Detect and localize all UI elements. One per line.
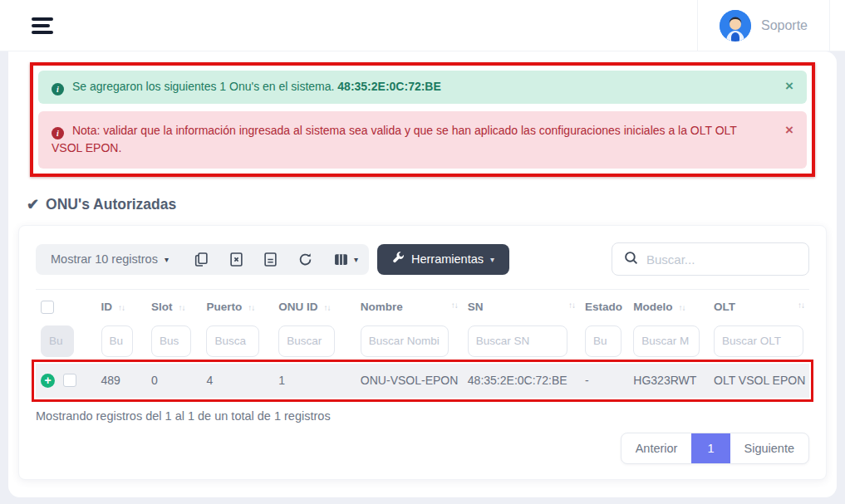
cell-id: 489 — [96, 364, 146, 398]
cell-slot: 0 — [146, 364, 202, 398]
table-buttons-group: Mostrar 10 registros ▾ — [36, 244, 369, 275]
top-header: Soporte — [0, 0, 845, 51]
filter-nombre[interactable] — [361, 325, 449, 357]
chevron-down-icon: ▾ — [490, 255, 494, 264]
chevron-down-icon: ▾ — [354, 255, 358, 264]
sort-icon[interactable]: ↑↓ — [248, 303, 254, 312]
page-title: ✔ ONU's Autorizadas — [27, 195, 828, 213]
cell-puerto: 4 — [201, 364, 273, 398]
main-content: i Se agregaron los siguientes 1 Onu's en… — [8, 51, 837, 497]
table-filter-row — [36, 322, 809, 364]
onus-table: ID↑↓ Slot↑↓ Puerto↑↓ ONU ID↑↓ Nombre↑↓ S… — [36, 289, 809, 397]
pagination-page-1[interactable]: 1 — [691, 433, 730, 463]
sort-icon[interactable]: ↑↓ — [798, 301, 804, 310]
copy-button[interactable] — [184, 244, 219, 275]
reload-button[interactable] — [287, 244, 323, 275]
cell-nombre: ONU-VSOL-EPON — [356, 364, 463, 398]
close-icon[interactable]: × — [785, 122, 793, 139]
cell-modelo: HG323RWT — [628, 364, 709, 398]
sort-icon[interactable]: ↑↓ — [178, 303, 184, 312]
check-icon: ✔ — [27, 195, 39, 213]
excel-icon — [230, 252, 243, 267]
search-box — [612, 242, 809, 276]
filter-id[interactable] — [101, 325, 133, 357]
cell-onu-id: 1 — [273, 364, 356, 398]
table-header-row: ID↑↓ Slot↑↓ Puerto↑↓ ONU ID↑↓ Nombre↑↓ S… — [36, 290, 809, 322]
filter-modelo[interactable] — [633, 325, 700, 357]
cell-estado: - — [580, 364, 628, 398]
user-avatar — [720, 10, 751, 42]
user-name: Soporte — [761, 18, 808, 33]
expand-row-icon[interactable]: + — [41, 374, 55, 388]
annotation-box-alerts: i Se agregaron los siguientes 1 Onu's en… — [30, 62, 815, 177]
onus-card: Mostrar 10 registros ▾ — [18, 225, 827, 479]
pagination: Anterior 1 Siguiente — [621, 433, 809, 464]
row-checkbox[interactable] — [63, 374, 76, 387]
table-row: + 489 0 4 1 ONU-VSOL-EPON 48:35:2E:0C:72… — [36, 364, 809, 398]
column-header-nombre[interactable]: Nombre↑↓ — [356, 290, 463, 322]
menu-hamburger-icon[interactable] — [32, 14, 53, 37]
success-alert-text: i Se agregaron los siguientes 1 Onu's en… — [52, 78, 785, 96]
herramientas-button[interactable]: Herramientas ▾ — [377, 244, 509, 275]
column-header-puerto[interactable]: Puerto↑↓ — [201, 290, 273, 322]
cell-olt: OLT VSOL EPON — [709, 364, 809, 398]
search-icon — [624, 251, 638, 268]
pagination-prev[interactable]: Anterior — [621, 433, 692, 463]
user-menu[interactable]: Soporte — [697, 0, 830, 51]
column-header-onu-id[interactable]: ONU ID↑↓ — [273, 290, 356, 322]
close-icon[interactable]: × — [785, 78, 793, 95]
filter-expander — [41, 325, 74, 357]
excel-export-button[interactable] — [219, 244, 253, 275]
page-length-dropdown[interactable]: Mostrar 10 registros ▾ — [36, 244, 184, 275]
sort-icon[interactable]: ↑↓ — [568, 301, 575, 310]
column-header-modelo[interactable]: Modelo↑↓ — [628, 290, 709, 322]
search-input[interactable] — [646, 252, 797, 267]
pagination-next[interactable]: Siguiente — [730, 433, 808, 463]
cell-sn: 48:35:2E:0C:72:BE — [463, 364, 580, 398]
filter-onu-id[interactable] — [278, 325, 335, 357]
column-header-sn[interactable]: SN↑↓ — [463, 290, 580, 322]
sort-icon[interactable]: ↑↓ — [323, 303, 330, 312]
filter-puerto[interactable] — [206, 325, 259, 357]
warning-alert: i Nota: validar que la información ingre… — [38, 111, 807, 169]
copy-icon — [194, 252, 209, 267]
sort-icon[interactable]: ↑↓ — [118, 303, 125, 312]
warning-alert-text: i Nota: validar que la información ingre… — [52, 122, 785, 158]
filter-slot[interactable] — [151, 325, 191, 357]
records-summary: Mostrando registros del 1 al 1 de un tot… — [36, 409, 809, 423]
onu-mac: 48:35:2E:0C:72:BE — [337, 80, 441, 93]
pagination-bar: Anterior 1 Siguiente — [36, 433, 809, 464]
column-header-estado[interactable]: Estado — [580, 290, 628, 322]
pdf-export-button[interactable] — [253, 244, 287, 275]
columns-icon — [334, 253, 348, 266]
refresh-icon — [298, 252, 312, 267]
table-toolbar: Mostrar 10 registros ▾ — [36, 242, 809, 276]
column-header-slot[interactable]: Slot↑↓ — [146, 290, 202, 322]
info-icon: i — [52, 127, 64, 139]
sort-icon[interactable]: ↑↓ — [679, 303, 685, 312]
column-header-id[interactable]: ID↑↓ — [96, 290, 146, 322]
success-alert: i Se agregaron los siguientes 1 Onu's en… — [38, 71, 807, 104]
chevron-down-icon: ▾ — [165, 255, 169, 264]
filter-olt[interactable] — [714, 325, 803, 357]
filter-estado[interactable] — [585, 325, 621, 357]
filter-sn[interactable] — [468, 325, 567, 357]
wrench-icon — [392, 252, 405, 267]
sort-icon[interactable]: ↑↓ — [451, 301, 458, 310]
file-lines-icon — [264, 252, 277, 267]
info-icon: i — [52, 83, 64, 95]
column-header-olt[interactable]: OLT↑↓ — [709, 290, 809, 322]
select-all-checkbox[interactable] — [41, 301, 54, 314]
column-visibility-button[interactable]: ▾ — [323, 244, 369, 275]
